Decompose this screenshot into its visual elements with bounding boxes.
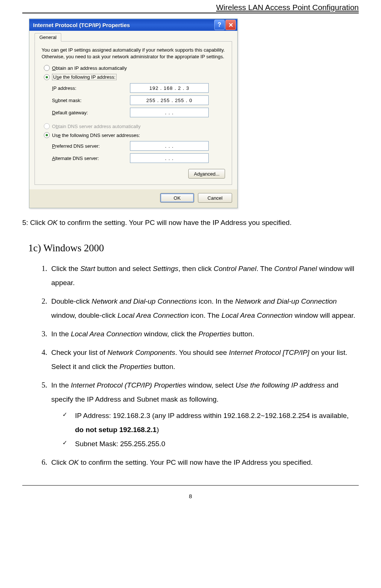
dialog-body: General You can get IP settings assigned… [29, 31, 237, 189]
ok-button[interactable]: OK [160, 193, 194, 203]
radio-label: Obtain DNS server address automaticallyO… [52, 124, 140, 129]
step-5-text: 5: Click OK to confirm the setting. Your… [22, 218, 359, 228]
radio-label: OObtain an IP address automaticallybtain… [52, 65, 127, 71]
dialog-footer: OK Cancel [29, 189, 237, 208]
step-6: Click OK to confirm the setting. Your PC… [49, 455, 359, 470]
radio-label: Use the following IP address:Use the fol… [52, 74, 117, 80]
radio-icon-disabled [44, 123, 50, 129]
advanced-button[interactable]: Advanced...Advanced... [188, 169, 225, 179]
section-heading: 1c) Windows 2000 [28, 241, 359, 255]
default-gateway-input[interactable]: . . . [130, 108, 209, 117]
step-1: Click the Start button and select Settin… [49, 261, 359, 290]
intro-text: You can get IP settings assigned automat… [42, 47, 225, 60]
radio-obtain-dns-auto: Obtain DNS server address automaticallyO… [44, 123, 223, 129]
radio-icon-selected [44, 74, 50, 80]
radio-label: Use the following DNS server addresses:U… [52, 133, 140, 138]
page-header: Wireless LAN Access Point Configuration [22, 0, 359, 13]
tcpip-properties-dialog: Internet Protocol (TCP/IP) Properties ? … [29, 19, 238, 208]
page-number: 8 [22, 485, 359, 504]
default-gateway-label: Default gateway:Default gateway: [52, 110, 130, 115]
tab-general[interactable]: General [35, 33, 61, 42]
radio-icon [44, 65, 50, 71]
dialog-titlebar: Internet Protocol (TCP/IP) Properties ? … [29, 19, 237, 31]
radio-use-ip[interactable]: Use the following IP address:Use the fol… [44, 74, 223, 80]
step-3: In the Local Area Connection window, cli… [49, 326, 359, 341]
sub-mask: Subnet Mask: 255.255.255.0 [62, 437, 359, 451]
tab-panel: You can get IP settings assigned automat… [35, 41, 232, 185]
step-2: Double-click Network and Dial-up Connect… [49, 294, 359, 323]
preferred-dns-label: Preferred DNS server:Preferred DNS serve… [52, 143, 130, 149]
alternate-dns-label: Alternate DNS server:Alternate DNS serve… [52, 156, 130, 161]
radio-obtain-ip-auto[interactable]: OObtain an IP address automaticallybtain… [44, 65, 223, 71]
help-button[interactable]: ? [214, 20, 225, 30]
dialog-title: Internet Protocol (TCP/IP) Properties [33, 22, 214, 28]
radio-use-dns[interactable]: Use the following DNS server addresses:U… [44, 132, 223, 138]
subnet-mask-label: Subnet mask:Subnet mask: [52, 98, 130, 103]
subnet-mask-input[interactable]: 255 . 255 . 255 . 0 [130, 95, 209, 105]
cancel-button[interactable]: Cancel [198, 193, 232, 203]
ip-address-input[interactable]: 192 . 168 . 2 . 3 [130, 83, 209, 93]
radio-icon-selected [44, 132, 50, 138]
preferred-dns-input[interactable]: . . . [130, 141, 209, 151]
sub-ip: IP Address: 192.168.2.3 (any IP address … [62, 409, 359, 437]
steps-list: Click the Start button and select Settin… [49, 261, 359, 470]
ip-address-label: IP address:IP address: [52, 85, 130, 91]
step-4: Check your list of Network Components. Y… [49, 345, 359, 374]
alternate-dns-input[interactable]: . . . [130, 153, 209, 163]
step-5: In the Internet Protocol (TCP/IP) Proper… [49, 378, 359, 451]
close-button[interactable]: ✕ [225, 20, 236, 30]
